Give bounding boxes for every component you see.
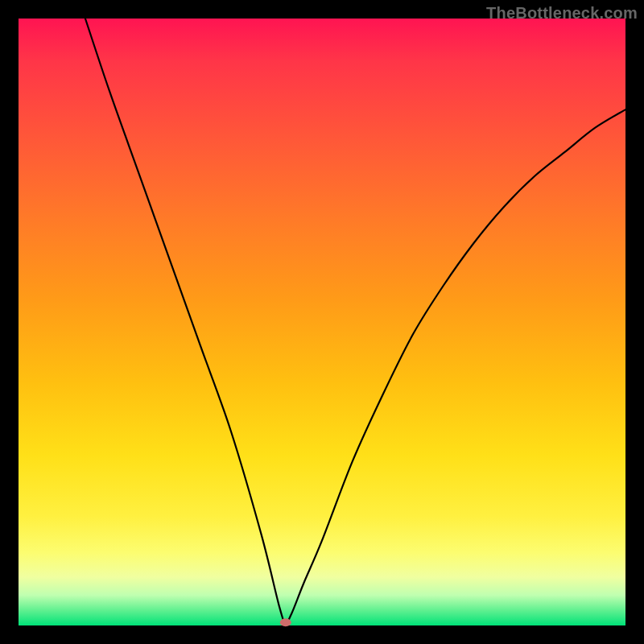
curve-layer	[19, 19, 625, 625]
bottleneck-curve	[85, 19, 625, 622]
chart-stage: TheBottleneck.com	[0, 0, 644, 644]
minimum-marker	[280, 618, 291, 626]
watermark-text: TheBottleneck.com	[486, 4, 638, 23]
